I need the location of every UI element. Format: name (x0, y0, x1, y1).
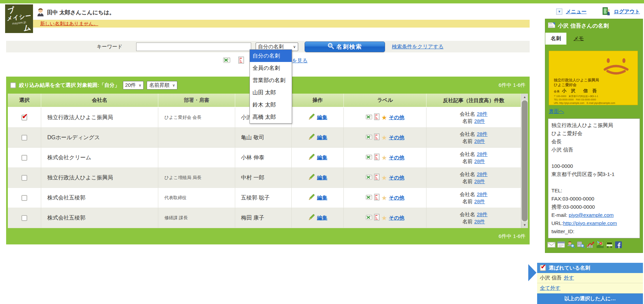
edit-link[interactable]: 編集 (317, 175, 327, 181)
card-list-icon[interactable] (374, 113, 380, 122)
other-labels-link[interactable]: その他 (389, 215, 404, 221)
selected-panel-footer-button[interactable]: 以上の選択した人に… (537, 293, 643, 304)
mail-icon[interactable] (547, 242, 556, 248)
menu-dropdown-button[interactable]: ▼ (556, 9, 562, 15)
other-labels-link[interactable]: その他 (389, 134, 404, 141)
logout-door-icon (602, 7, 610, 16)
company-count-link[interactable]: 28件 (477, 191, 488, 198)
facebook-icon[interactable] (615, 241, 622, 248)
star-icon[interactable]: ★ (381, 215, 387, 221)
card-list-icon[interactable] (238, 57, 244, 65)
edit-link[interactable]: 編集 (317, 155, 327, 161)
other-labels-link[interactable]: その他 (389, 114, 404, 121)
star-icon[interactable]: ★ (381, 134, 387, 141)
row-checkbox[interactable] (21, 195, 27, 201)
menu-link[interactable]: メニュー (566, 9, 586, 15)
row-checkbox[interactable] (21, 175, 27, 181)
other-labels-link[interactable]: その他 (389, 155, 404, 161)
select-all-checkbox[interactable] (10, 82, 16, 88)
url-link[interactable]: http://piyo.example.com (563, 220, 617, 226)
scroll-up-icon[interactable]: ▲ (521, 94, 528, 100)
sort-select[interactable]: 名前昇順 ∨ (147, 81, 177, 90)
dropdown-option[interactable]: 自分の名刺 (250, 50, 292, 62)
detail-fax: FAX:03-0000-0000 (551, 195, 637, 203)
table-scrollbar[interactable]: ▲ ▼ (521, 94, 528, 228)
remove-link[interactable]: 外す (564, 275, 574, 281)
scroll-down-icon[interactable]: ▼ (521, 222, 528, 228)
selected-panel-body: 小沢 信吾 外す 全て外す (537, 273, 643, 293)
row-checkbox[interactable] (21, 135, 27, 141)
excel-export-icon[interactable] (366, 194, 372, 202)
view-cards-link[interactable]: を見る (292, 58, 308, 64)
pencil-icon (308, 193, 316, 202)
search-button-label: 名刺検索 (336, 43, 362, 51)
name-count-link[interactable]: 28件 (474, 198, 485, 205)
card-search-button[interactable]: 名刺検索 (305, 42, 385, 52)
card-list-icon[interactable] (374, 194, 380, 202)
excel-export-icon[interactable] (366, 174, 372, 182)
edit-link[interactable]: 編集 (317, 134, 327, 141)
card-list-icon[interactable] (374, 133, 380, 142)
excel-export-icon[interactable] (223, 57, 230, 65)
name-count-link[interactable]: 28件 (474, 117, 485, 125)
excel-export-icon[interactable] (366, 114, 372, 122)
excel-export-icon[interactable] (366, 214, 372, 222)
pencil-icon (308, 213, 316, 222)
other-labels-link[interactable]: その他 (389, 175, 404, 181)
card-list-icon[interactable] (374, 214, 380, 222)
company-count-link[interactable]: 28件 (477, 110, 488, 117)
edit-link[interactable]: 編集 (317, 195, 327, 201)
dropdown-option[interactable]: 営業部の名刺 (250, 74, 292, 86)
route-icon[interactable] (606, 241, 613, 248)
star-icon[interactable]: ★ (381, 195, 387, 201)
company-count-link[interactable]: 28件 (477, 130, 488, 138)
card-panel-header: 小沢 信吾さんの名刺 (545, 19, 643, 33)
name-count-link[interactable]: 28件 (474, 178, 485, 185)
business-card-image[interactable]: 独立行政法人ひよこ振興局 ひよこ愛好会 会長小 沢 信 吾 〒100-0000 … (549, 51, 638, 105)
excel-export-icon[interactable] (366, 154, 372, 162)
edit-link[interactable]: 編集 (317, 215, 327, 221)
map-icon[interactable] (596, 241, 604, 248)
webpage-icon[interactable] (557, 241, 565, 248)
company-count-link[interactable]: 28件 (477, 171, 488, 178)
company-count-link[interactable]: 28件 (477, 211, 488, 218)
company-count-link[interactable]: 28件 (477, 150, 488, 158)
other-labels-link[interactable]: その他 (389, 195, 404, 201)
email-link[interactable]: piyo@example.com (569, 212, 614, 218)
remove-all-link[interactable]: 全て外す (540, 285, 561, 291)
per-page-select[interactable]: 20件 ∨ (123, 81, 144, 90)
keyword-input[interactable] (136, 43, 251, 51)
dropdown-option[interactable]: 全員の名刺 (250, 62, 292, 74)
card-panel-title: 小沢 信吾さんの名刺 (558, 22, 609, 30)
star-icon[interactable]: ★ (381, 175, 387, 181)
detail-email-line: E-mail: piyo@example.com (551, 211, 637, 219)
star-icon[interactable]: ★ (381, 114, 387, 121)
row-checkbox-checked[interactable]: ✔ (21, 115, 27, 121)
card-back-link[interactable]: 裏面へ (549, 108, 564, 115)
person-search-icon[interactable] (567, 241, 575, 248)
row-checkbox[interactable] (21, 155, 27, 161)
edit-link[interactable]: 編集 (317, 114, 327, 121)
name-count-link[interactable]: 28件 (474, 158, 485, 165)
scrollbar-thumb[interactable] (522, 100, 528, 221)
card-list-icon[interactable] (374, 154, 380, 162)
card-list-icon[interactable] (374, 174, 380, 182)
row-checkbox[interactable] (21, 215, 27, 221)
company-search-icon[interactable] (577, 241, 585, 248)
dropdown-option[interactable]: 鈴木 太郎 (250, 99, 292, 111)
star-icon[interactable]: ★ (381, 155, 387, 161)
tab-memo[interactable]: メモ (566, 33, 591, 45)
stock-chart-icon[interactable] (586, 241, 595, 248)
logout-link[interactable]: ログアウト (614, 9, 640, 15)
table-row: 株式会社五稜郭 代表取締役 五稜郭 聡子 編集 ★ その他 会社名28件 名前2… (8, 188, 521, 208)
name-count-link[interactable]: 28件 (474, 138, 485, 145)
no-new-cards-link[interactable]: 新しい名刺はありません。 (40, 21, 98, 27)
dropdown-option[interactable]: 山田 太郎 (250, 86, 292, 99)
header-dept: 部署・肩書 (158, 94, 235, 107)
dropdown-option[interactable]: 高橋 太郎 (250, 111, 292, 123)
logo[interactable]: プ メイシー maysee.jp ム (5, 4, 33, 33)
excel-export-icon[interactable] (366, 134, 372, 142)
name-count-link[interactable]: 28件 (474, 218, 485, 225)
tab-card[interactable]: 名刺 (545, 33, 566, 45)
clear-search-link[interactable]: 検索条件をクリアする (392, 44, 444, 50)
